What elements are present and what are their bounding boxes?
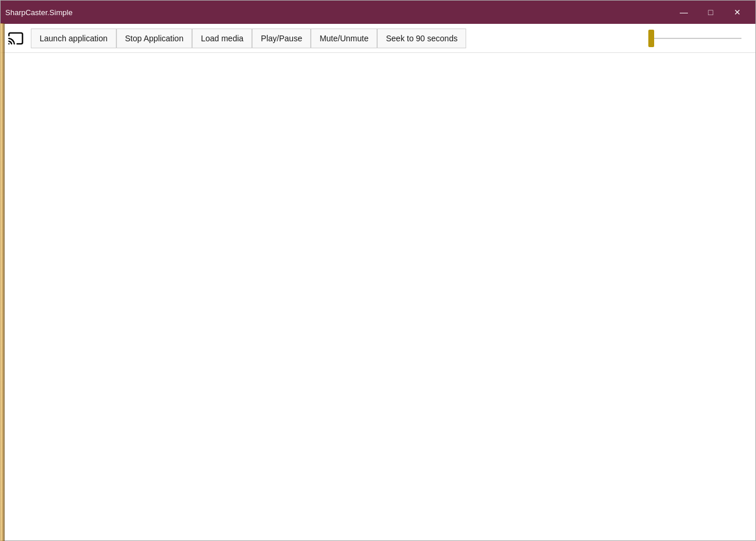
app-window: SharpCaster.Simple — □ ✕ Launch appl	[0, 0, 756, 541]
volume-slider-container[interactable]	[648, 30, 741, 47]
toolbar: Launch application Stop Application Load…	[1, 24, 755, 53]
play-pause-button[interactable]: Play/Pause	[252, 29, 311, 48]
title-bar-controls: — □ ✕	[670, 1, 751, 24]
close-icon: ✕	[734, 8, 741, 17]
cast-icon	[8, 30, 24, 47]
cast-icon-area	[3, 28, 29, 49]
mute-unmute-button[interactable]: Mute/Unmute	[311, 29, 377, 48]
restore-button[interactable]: □	[697, 1, 724, 24]
title-bar-left: SharpCaster.Simple	[5, 8, 73, 17]
main-content	[1, 53, 755, 540]
title-bar: SharpCaster.Simple — □ ✕	[1, 1, 755, 24]
seek-button[interactable]: Seek to 90 seconds	[377, 29, 466, 48]
restore-icon: □	[708, 8, 713, 17]
slider-track	[648, 38, 741, 39]
left-edge-strip	[0, 23, 5, 541]
minimize-button[interactable]: —	[670, 1, 697, 24]
slider-area	[648, 30, 753, 47]
close-button[interactable]: ✕	[724, 1, 751, 24]
toolbar-buttons: Launch application Stop Application Load…	[31, 29, 648, 48]
launch-application-button[interactable]: Launch application	[31, 29, 116, 48]
load-media-button[interactable]: Load media	[192, 29, 252, 48]
minimize-icon: —	[680, 8, 688, 17]
slider-thumb[interactable]	[648, 30, 654, 47]
stop-application-button[interactable]: Stop Application	[116, 29, 192, 48]
window-title: SharpCaster.Simple	[5, 8, 73, 17]
